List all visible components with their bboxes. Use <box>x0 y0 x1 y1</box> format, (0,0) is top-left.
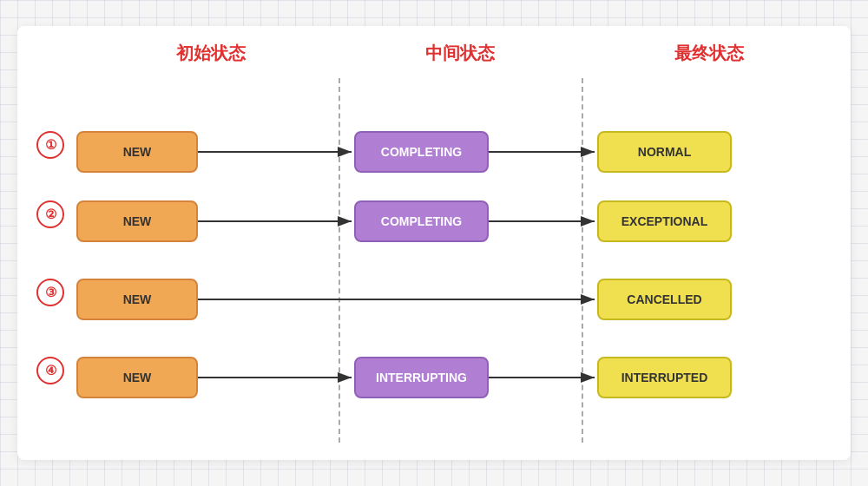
row2-start: NEW <box>76 200 198 242</box>
row3-end: CANCELLED <box>597 279 732 320</box>
row4-middle: INTERRUPTING <box>354 357 489 398</box>
col-header-final: 最终状态 <box>584 42 833 65</box>
row2-end: EXCEPTIONAL <box>597 200 732 242</box>
row-num-2: ② <box>36 200 64 228</box>
col-header-middle: 中间状态 <box>336 42 585 65</box>
diagram-container: 初始状态 中间状态 最终状态 ① NEW COMPLETING NORMAL ②… <box>17 26 851 460</box>
divider-1 <box>339 78 340 443</box>
row1-start: NEW <box>76 131 198 173</box>
row3-start: NEW <box>76 279 198 320</box>
row-num-4: ④ <box>36 357 64 384</box>
col-header-initial: 初始状态 <box>87 42 336 65</box>
row2-middle: COMPLETING <box>354 200 489 242</box>
row1-end: NORMAL <box>597 131 732 173</box>
row4-end: INTERRUPTED <box>597 357 732 398</box>
row4-start: NEW <box>76 357 198 398</box>
row1-middle: COMPLETING <box>354 131 489 173</box>
row-num-1: ① <box>36 131 64 159</box>
divider-2 <box>582 78 583 443</box>
row-num-3: ③ <box>36 279 64 306</box>
column-headers: 初始状态 中间状态 最终状态 <box>87 42 833 65</box>
